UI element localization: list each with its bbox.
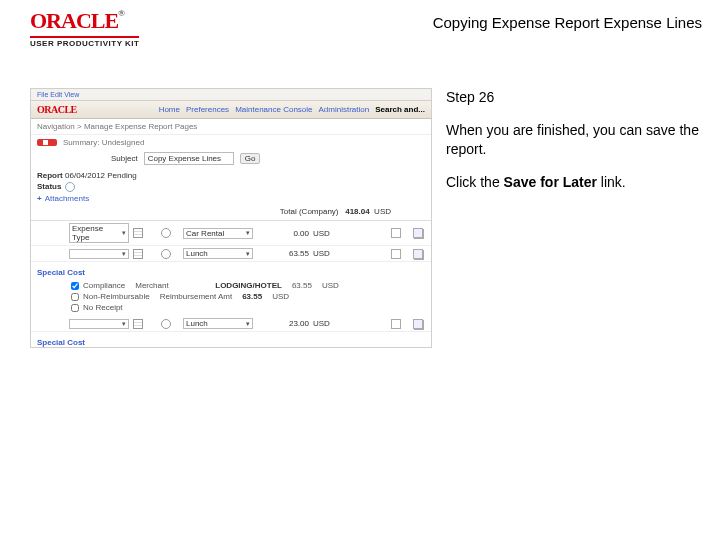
compliance-checkbox[interactable]: Compliance (71, 281, 125, 290)
page-title: Copying Expense Report Expense Lines (433, 8, 706, 31)
search-icon[interactable] (161, 228, 171, 238)
nav-admin[interactable]: Administration (319, 105, 370, 114)
calendar-icon[interactable] (133, 319, 143, 329)
instruction-paragraph: When you are finished, you can save the … (446, 121, 706, 159)
nonreimb-checkbox[interactable]: Non-Reimbursable (71, 292, 150, 301)
row-amount: 63.55 (292, 281, 312, 290)
search-icon[interactable] (161, 249, 171, 259)
browser-tabbar: File Edit View (31, 89, 431, 101)
details-icon[interactable] (391, 319, 401, 329)
subject-input[interactable]: Copy Expense Lines (144, 152, 234, 165)
nav-prefs[interactable]: Preferences (186, 105, 229, 114)
totals-label: Total (Company) (280, 207, 339, 216)
instruction-panel: Step 26 When you are finished, you can s… (446, 88, 706, 348)
reimb-label: Reimbursement Amt (160, 292, 232, 301)
copy-icon[interactable] (413, 249, 423, 259)
brand-text: ORACLE (30, 8, 118, 33)
merchant-value: LODGING/HOTEL (215, 281, 282, 290)
status-label: Status (37, 182, 61, 191)
currency-cell: USD (313, 249, 353, 258)
type-select[interactable] (69, 319, 129, 329)
table-row: Lunch 23.00 USD (31, 316, 431, 332)
instruction-action: Click the Save for Later link. (446, 173, 706, 192)
totals-currency: USD (374, 207, 391, 216)
nav-home[interactable]: Home (159, 105, 180, 114)
amount-cell: 23.00 (257, 319, 309, 328)
table-row: Lunch 63.55 USD (31, 246, 431, 262)
totals-amount: 418.04 (345, 207, 369, 216)
primary-action-button[interactable] (37, 139, 57, 146)
type-select[interactable]: Expense Type (69, 223, 129, 243)
currency-cell: USD (313, 229, 353, 238)
calendar-icon[interactable] (133, 228, 143, 238)
row-currency: USD (322, 281, 339, 290)
calendar-icon[interactable] (133, 249, 143, 259)
section-title: Special Cost (37, 268, 85, 277)
expense-type-select[interactable]: Car Rental (183, 228, 253, 239)
amount-cell: 63.55 (257, 249, 309, 258)
reimb-value: 63.55 (242, 292, 262, 301)
report-value: 06/04/2012 Pending (65, 171, 137, 180)
expense-type-select[interactable]: Lunch (183, 318, 253, 329)
subject-label: Subject (111, 154, 138, 163)
mini-oracle-logo: ORACLE (37, 104, 77, 115)
breadcrumb: Navigation > Manage Expense Report Pages (31, 119, 431, 135)
save-for-later-link-text: Save for Later (504, 174, 597, 190)
table-row: Expense Type Car Rental 0.00 USD (31, 221, 431, 246)
copy-icon[interactable] (413, 319, 423, 329)
copy-icon[interactable] (413, 228, 423, 238)
expense-type-select[interactable]: Lunch (183, 248, 253, 259)
go-button[interactable]: Go (240, 153, 261, 164)
details-icon[interactable] (391, 249, 401, 259)
nav-search[interactable]: Search and... (375, 105, 425, 114)
currency-cell: USD (313, 319, 353, 328)
attachments-link[interactable]: Attachments (37, 194, 137, 203)
step-label: Step 26 (446, 88, 706, 107)
amount-cell: 0.00 (257, 229, 309, 238)
noreceipt-checkbox[interactable]: No Receipt (71, 303, 425, 312)
summary-label: Summary: Undesigned (63, 138, 144, 147)
section-title: Special Cost (37, 338, 85, 347)
report-label: Report (37, 171, 63, 180)
type-select[interactable] (69, 249, 129, 259)
product-text: USER PRODUCTIVITY KIT (30, 39, 139, 48)
details-icon[interactable] (391, 228, 401, 238)
nav-maint[interactable]: Maintenance Console (235, 105, 312, 114)
embedded-screenshot: File Edit View ORACLE Home Preferences M… (30, 88, 432, 348)
top-nav: Home Preferences Maintenance Console Adm… (159, 105, 425, 114)
merchant-label: Merchant (135, 281, 205, 290)
oracle-logo: ORACLE® USER PRODUCTIVITY KIT (30, 8, 139, 48)
detail-block: Compliance Merchant LODGING/HOTEL 63.55 … (31, 279, 431, 316)
search-icon[interactable] (161, 319, 171, 329)
